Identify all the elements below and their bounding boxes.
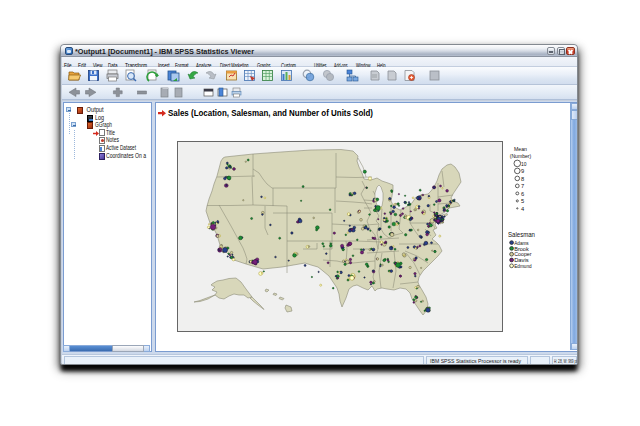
svg-text:Output: Output [87, 106, 104, 114]
svg-text:Salesman: Salesman [508, 231, 535, 238]
svg-text:Edmund: Edmund [514, 263, 531, 269]
svg-text:9: 9 [521, 168, 525, 174]
svg-text:*Output1 [Document1] - IBM SPS: *Output1 [Document1] - IBM SPSS Statisti… [75, 48, 254, 56]
svg-text:4: 4 [521, 206, 525, 212]
svg-text:H: 28, W: 969 pt.: H: 28, W: 969 pt. [554, 358, 578, 364]
svg-text:Coordinates On a: Coordinates On a [106, 152, 146, 159]
svg-text:Notes: Notes [106, 136, 120, 143]
svg-text:7: 7 [521, 183, 525, 189]
svg-text:Title: Title [106, 129, 115, 136]
svg-text:6: 6 [521, 191, 525, 197]
svg-text:8: 8 [521, 176, 525, 182]
svg-text:Sales (Location, Salesman, and: Sales (Location, Salesman, and Number of… [168, 108, 373, 118]
svg-text:Active Dataset: Active Dataset [106, 144, 136, 151]
svg-text:IBM SPSS Statistics Processor: IBM SPSS Statistics Processor is ready [430, 358, 521, 364]
svg-text:GGraph: GGraph [95, 121, 112, 129]
svg-text:(Number): (Number) [510, 152, 532, 159]
svg-text:10: 10 [521, 161, 527, 167]
svg-text:5: 5 [521, 198, 525, 204]
